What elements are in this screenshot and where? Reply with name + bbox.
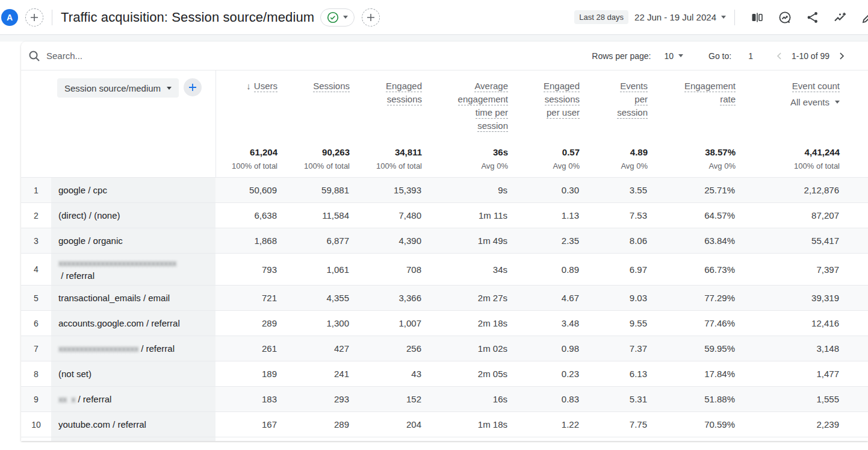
metric-value: 39,319 (735, 286, 839, 310)
total-subtitle: 100% of total (376, 161, 422, 170)
metric-value: 16s (421, 387, 507, 411)
metric-value: 289 (215, 311, 277, 336)
redacted-source-text: xxxxxxxxxxxxxxxxxxx (58, 342, 138, 355)
row-rank: 5 (21, 286, 51, 310)
pagination: Rows per page: 10 Go to: 1 1-10 of 99 (592, 50, 848, 62)
metric-value: 1m 49s (421, 228, 507, 253)
metric-value: 11,584 (277, 203, 349, 228)
search-icon (27, 49, 42, 63)
metric-value: 1m 18s (421, 412, 507, 437)
table-row: 7xxxxxxxxxxxxxxxxxxx / referral261427256… (21, 336, 868, 361)
metric-value: 9.03 (579, 286, 647, 310)
sparkline-insights-icon[interactable] (833, 10, 848, 25)
dimension-selector-label: Session source/medium (64, 83, 161, 93)
total-cell: 61,204100% of total (216, 142, 277, 177)
table-row: 9xx x / referral18329315216s0.835.3151.8… (21, 387, 868, 412)
column-header-users[interactable]: ↓Users (216, 70, 277, 142)
prev-page-button[interactable] (773, 50, 786, 62)
metric-value: 87,207 (735, 203, 839, 228)
metric-value: 9s (421, 178, 507, 202)
metric-value: 5.31 (579, 387, 647, 411)
metric-value: 64.57% (647, 203, 735, 228)
rows-per-page-select[interactable]: 10 (664, 51, 683, 61)
avatar-letter: A (7, 13, 13, 22)
metric-value: 7,397 (735, 254, 839, 285)
goto-page-input[interactable]: 1 (748, 51, 753, 61)
row-metrics: 18329315216s0.835.3151.88%1,555 (215, 387, 868, 411)
total-value: 4,41,244 (805, 147, 840, 157)
metric-value: 1.13 (507, 203, 579, 228)
metric-value: 6,638 (215, 203, 277, 228)
table-header: Session source/medium ↓UsersSessionsEnga… (21, 70, 868, 142)
total-cell: 36sAvg 0% (422, 142, 508, 177)
metric-value: 1.22 (507, 412, 579, 437)
edit-pencil-icon[interactable] (861, 10, 868, 25)
row-metrics: 189241432m 05s0.236.1317.84%1,477 (215, 361, 868, 386)
column-header-avg-engagement-time[interactable]: Averageengagementtime persession (422, 70, 508, 142)
total-subtitle: 100% of total (232, 161, 277, 170)
header-divider (734, 10, 735, 25)
event-filter-select[interactable]: All events (790, 97, 840, 107)
plus-icon (188, 83, 197, 92)
date-range-selector[interactable]: 22 Jun - 19 Jul 2024 (634, 12, 716, 22)
source-medium-cell: xxxxxxxxxxxxxxxxxxx / referral (51, 336, 215, 361)
chevron-down-icon (167, 87, 172, 90)
date-preset-chip[interactable]: Last 28 days (574, 10, 628, 24)
share-icon[interactable] (805, 10, 820, 25)
metric-value: 261 (215, 336, 277, 361)
row-rank: 3 (21, 228, 51, 253)
metric-value: 1,477 (735, 361, 839, 386)
row-rank: 6 (21, 311, 51, 336)
total-cell: 4,41,244100% of total (736, 142, 840, 177)
metric-value: 8.06 (579, 228, 647, 253)
metric-value: 34s (421, 254, 507, 285)
insights-circle-icon[interactable] (778, 10, 792, 25)
column-header-engaged-sessions-per-user[interactable]: Engagedsessionsper user (508, 70, 580, 142)
total-subtitle: Avg 0% (708, 161, 736, 170)
source-medium-text: (not set) (58, 367, 91, 380)
redacted-source-text: xxxxxxxxxxxxxxxxxxxxxxxxxxxx (58, 257, 176, 269)
metric-value: 1,868 (215, 228, 277, 253)
metric-value: 293 (277, 387, 349, 411)
metric-value: 77.46% (647, 311, 735, 336)
metric-value: 793 (215, 254, 277, 285)
metric-value: 0.83 (507, 387, 579, 411)
search-input[interactable] (46, 51, 227, 61)
next-page-button[interactable] (835, 50, 848, 62)
total-value: 38.57% (705, 147, 736, 157)
redacted-source-text: xx x (58, 393, 75, 405)
comparison-icon[interactable] (750, 10, 764, 25)
metric-value: 2,239 (735, 412, 839, 437)
add-comparison-button[interactable] (25, 8, 43, 27)
row-metrics: 2891,3001,0072m 18s3.489.5577.46%12,416 (215, 311, 868, 336)
column-header-engagement-rate[interactable]: Engagementrate (648, 70, 736, 142)
totals-grid: 61,204100% of total90,263100% of total34… (215, 142, 868, 177)
column-header-event-count[interactable]: Event countAll events (736, 70, 840, 142)
goto-label: Go to: (708, 51, 731, 61)
metric-value: 50,609 (215, 178, 277, 202)
table-body: 1google / cpc50,60959,88115,3939s0.303.5… (21, 178, 868, 437)
column-header-engaged-sessions[interactable]: Engagedsessions (350, 70, 422, 142)
metric-value: 289 (277, 412, 349, 437)
chevron-down-icon[interactable] (721, 16, 726, 19)
metric-value: 12,416 (735, 311, 839, 336)
metric-value: 4,355 (277, 286, 349, 310)
total-subtitle: Avg 0% (621, 161, 648, 170)
chevron-down-icon (343, 16, 348, 19)
source-medium-text: transactional_emails / email (58, 292, 170, 304)
avatar[interactable]: A (1, 9, 18, 26)
metric-value: 0.98 (507, 336, 579, 361)
metric-value: 721 (215, 286, 277, 310)
add-report-button[interactable] (362, 8, 380, 27)
column-header-sessions[interactable]: Sessions (277, 70, 350, 142)
metric-value: 6,877 (277, 228, 349, 253)
pagination-range: 1-10 of 99 (792, 51, 829, 61)
totals-row: 61,204100% of total90,263100% of total34… (21, 142, 868, 178)
report-status-pill[interactable] (320, 8, 355, 27)
total-value: 36s (493, 147, 508, 157)
source-medium-text: youtube.com / referral (58, 418, 146, 431)
dimension-selector[interactable]: Session source/medium (57, 78, 179, 98)
add-dimension-button[interactable] (184, 78, 202, 96)
table-row: 6accounts.google.com / referral2891,3001… (21, 311, 868, 336)
column-header-events-per-session[interactable]: Eventspersession (580, 70, 648, 142)
